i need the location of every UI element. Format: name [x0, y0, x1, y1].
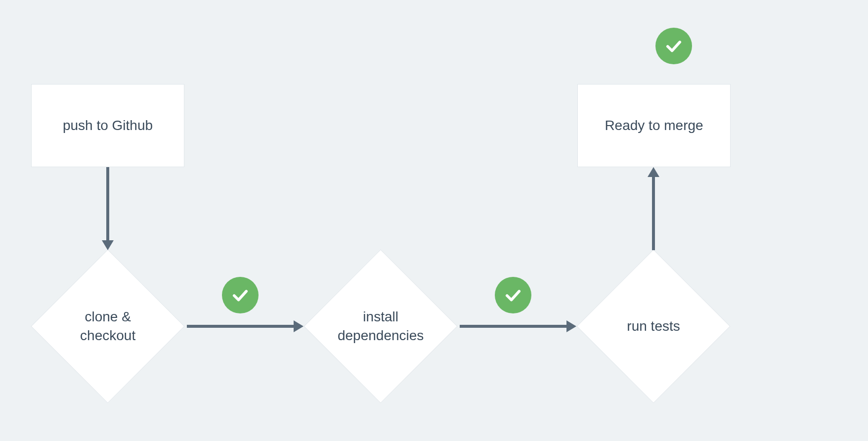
node-label: install dependencies [333, 308, 429, 345]
node-clone: clone & checkout [31, 249, 184, 403]
check-icon [230, 285, 251, 306]
node-tests: run tests [576, 249, 730, 403]
svg-marker-5 [566, 320, 576, 332]
node-label: run tests [606, 317, 701, 336]
svg-marker-7 [648, 167, 659, 177]
status-badge-clone-to-deps [222, 277, 259, 313]
status-badge-tests-to-ready [655, 28, 692, 64]
node-ready: Ready to merge [577, 84, 731, 167]
node-push: push to Github [31, 84, 184, 167]
node-deps: install dependencies [304, 249, 457, 403]
node-label: clone & checkout [60, 308, 156, 345]
check-icon [503, 285, 523, 306]
node-label: push to Github [63, 116, 153, 135]
node-label: Ready to merge [605, 116, 703, 135]
edge-deps-to-tests [460, 316, 576, 336]
check-icon [663, 36, 684, 56]
edge-tests-to-ready [644, 167, 663, 250]
svg-marker-1 [102, 240, 114, 250]
edge-clone-to-deps [187, 316, 304, 336]
status-badge-deps-to-tests [495, 277, 531, 313]
svg-marker-3 [294, 320, 304, 332]
edge-push-to-clone [98, 167, 118, 250]
flow-diagram: push to Github Ready to merge clone & ch… [0, 0, 868, 441]
